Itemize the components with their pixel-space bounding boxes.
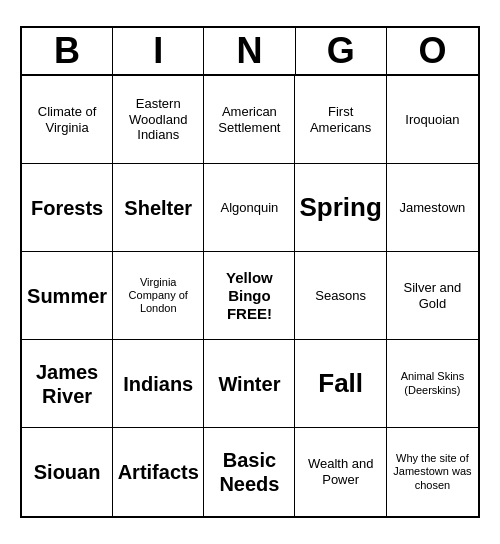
header-i: I: [113, 28, 204, 74]
bingo-cell-15: James River: [22, 340, 113, 428]
bingo-cell-16: Indians: [113, 340, 204, 428]
bingo-cell-14: Silver and Gold: [387, 252, 478, 340]
bingo-cell-8: Spring: [295, 164, 386, 252]
bingo-cell-13: Seasons: [295, 252, 386, 340]
bingo-cell-10: Summer: [22, 252, 113, 340]
bingo-cell-18: Fall: [295, 340, 386, 428]
bingo-cell-22: Basic Needs: [204, 428, 295, 516]
bingo-cell-5: Forests: [22, 164, 113, 252]
header-o: O: [387, 28, 478, 74]
bingo-cell-3: First Americans: [295, 76, 386, 164]
bingo-header: B I N G O: [22, 28, 478, 76]
header-g: G: [296, 28, 387, 74]
bingo-card: B I N G O Climate of VirginiaEastern Woo…: [20, 26, 480, 518]
header-b: B: [22, 28, 113, 74]
bingo-cell-9: Jamestown: [387, 164, 478, 252]
bingo-cell-7: Algonquin: [204, 164, 295, 252]
bingo-cell-2: American Settlement: [204, 76, 295, 164]
bingo-cell-21: Artifacts: [113, 428, 204, 516]
bingo-cell-4: Iroquoian: [387, 76, 478, 164]
bingo-cell-17: Winter: [204, 340, 295, 428]
bingo-cell-20: Siouan: [22, 428, 113, 516]
bingo-cell-12: Yellow Bingo FREE!: [204, 252, 295, 340]
bingo-cell-19: Animal Skins (Deerskins): [387, 340, 478, 428]
bingo-cell-1: Eastern Woodland Indians: [113, 76, 204, 164]
bingo-cell-11: Virginia Company of London: [113, 252, 204, 340]
bingo-grid: Climate of VirginiaEastern Woodland Indi…: [22, 76, 478, 516]
bingo-cell-6: Shelter: [113, 164, 204, 252]
bingo-cell-0: Climate of Virginia: [22, 76, 113, 164]
header-n: N: [204, 28, 295, 74]
bingo-cell-24: Why the site of Jamestown was chosen: [387, 428, 478, 516]
bingo-cell-23: Wealth and Power: [295, 428, 386, 516]
